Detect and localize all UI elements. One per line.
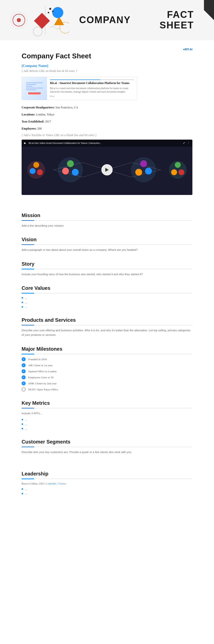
twitter-link[interactable]: Twitter bbox=[58, 482, 66, 485]
bullet-icon bbox=[22, 488, 23, 490]
core-value-1: ... bbox=[25, 296, 27, 299]
milestone-complete-icon: ✓ bbox=[22, 357, 26, 361]
add-website-url-hint[interactable]: [ Add Website URL on blank line & hit en… bbox=[22, 69, 192, 73]
core-values-divider bbox=[22, 293, 192, 293]
header-title: COMPANY FACT SHEET bbox=[69, 0, 204, 40]
products-services-title: Products and Services bbox=[22, 317, 192, 323]
core-value-2: ... bbox=[25, 301, 27, 304]
list-item[interactable]: ... bbox=[22, 488, 192, 491]
milestone-complete-icon: ✓ bbox=[22, 375, 26, 379]
kpi-3: ... bbox=[25, 427, 27, 430]
list-item[interactable]: ... bbox=[22, 492, 192, 495]
customer-segments-section: Customer Segments Describe who your key … bbox=[22, 439, 192, 455]
leadership-title: Leadership bbox=[22, 471, 192, 477]
add-video-url-hint[interactable]: [ Add a YouTube or Vimeo URL on a blank … bbox=[22, 133, 192, 137]
list-item[interactable]: ... bbox=[22, 423, 192, 426]
svg-point-36 bbox=[145, 168, 152, 174]
bullet-icon bbox=[22, 419, 23, 420]
video-embed[interactable]: ▶ Bit.ai Intro Video-Smart Document Coll… bbox=[22, 140, 192, 195]
vision-divider bbox=[22, 245, 192, 245]
svg-point-24 bbox=[33, 162, 39, 168]
svg-point-11 bbox=[52, 11, 54, 12]
products-services-divider bbox=[22, 325, 192, 325]
svg-point-25 bbox=[30, 168, 35, 174]
svg-point-12 bbox=[48, 12, 49, 13]
core-values-list: ... ... ... bbox=[22, 296, 192, 308]
corporate-hq-field: Corporate Headquarters: San Francisco, C… bbox=[22, 105, 192, 110]
milestone-list: ✓ Founded in 2016 ✓ 10K Client in 1st ye… bbox=[22, 357, 192, 391]
kpi-2: ... bbox=[25, 423, 27, 426]
main-content: ●BIT.AI Company Fact Sheet [Company Name… bbox=[12, 40, 202, 511]
key-metrics-section: Key Metrics Include 3 KPI's... ... ... .… bbox=[22, 400, 192, 430]
list-item[interactable]: ✓ Founded in 2016 bbox=[22, 357, 192, 361]
list-item[interactable]: ✓ 10K Client in 1st year bbox=[22, 363, 192, 367]
linkedin-link[interactable]: LinkedIn bbox=[46, 482, 56, 485]
list-item[interactable]: ✓ Opened Office in London bbox=[22, 369, 192, 373]
vision-content[interactable]: Add a paragraph or two about about your … bbox=[22, 248, 192, 252]
milestone-complete-icon: ✓ bbox=[22, 381, 26, 385]
svg-point-40 bbox=[179, 169, 184, 175]
core-values-section: Core Values ... ... ... bbox=[22, 285, 192, 308]
mission-title: Mission bbox=[22, 213, 192, 218]
kpi-1: ... bbox=[25, 418, 27, 421]
embed-card-info: Bit.ai - Smartest Document Collaboration… bbox=[47, 77, 137, 100]
products-services-section: Products and Services Describe your core… bbox=[22, 317, 192, 337]
key-metrics-intro: Include 3 KPI's... bbox=[22, 411, 192, 416]
leadership-person: Royce Collins, CEO | LinkedIn | Twitter bbox=[22, 482, 192, 485]
embed-card-title: Bit.ai - Smartest Document Collaboration… bbox=[50, 81, 134, 85]
svg-point-39 bbox=[171, 169, 177, 175]
milestone-label: Opened Office in London bbox=[28, 370, 57, 373]
svg-rect-7 bbox=[34, 13, 50, 29]
list-item[interactable]: ... bbox=[22, 301, 192, 304]
video-network-graphic bbox=[22, 140, 192, 195]
svg-point-13 bbox=[33, 27, 42, 36]
svg-point-30 bbox=[72, 169, 79, 176]
website-embed-card: Bit.ai - Smartest Document Collaboration… bbox=[22, 77, 137, 100]
bit-logo: ●BIT.AI bbox=[22, 48, 192, 51]
svg-point-38 bbox=[175, 162, 181, 168]
list-item[interactable]: ... bbox=[22, 427, 192, 430]
employees-field: Employees: 200 bbox=[22, 126, 192, 131]
mission-content[interactable]: Add a line describing your mission. bbox=[22, 224, 192, 228]
mission-divider bbox=[22, 220, 192, 221]
bullet-icon bbox=[22, 428, 23, 429]
header-decorations-left bbox=[10, 4, 69, 36]
bullet-icon bbox=[22, 297, 23, 299]
bullet-icon bbox=[22, 302, 23, 303]
milestone-label: NEXT: Open Tokyo Office bbox=[28, 388, 58, 391]
milestone-complete-icon: ✓ bbox=[22, 369, 26, 373]
story-title: Story bbox=[22, 261, 192, 267]
list-item[interactable]: ✓ Employees Grew to 50 bbox=[22, 375, 192, 379]
target-icon bbox=[10, 11, 28, 29]
company-name-field[interactable]: [Company Name] bbox=[22, 64, 192, 68]
products-services-content[interactable]: Describe your core offering and business… bbox=[22, 328, 192, 337]
geometric-shapes-icon bbox=[31, 4, 69, 36]
embed-card-url: bit.ai bbox=[50, 95, 134, 97]
story-content[interactable]: Include your founding story of how the b… bbox=[22, 272, 192, 277]
leadership-extra-list: ... ... bbox=[22, 488, 192, 495]
customer-segments-divider bbox=[22, 447, 192, 447]
leadership-section: Leadership Royce Collins, CEO | LinkedIn… bbox=[22, 471, 192, 495]
list-item[interactable]: ... bbox=[22, 418, 192, 421]
svg-point-35 bbox=[135, 169, 142, 176]
svg-point-10 bbox=[49, 8, 51, 10]
bullet-icon bbox=[22, 493, 23, 494]
svg-point-26 bbox=[37, 169, 43, 175]
leadership-divider bbox=[22, 479, 192, 479]
vision-title: Vision bbox=[22, 237, 192, 243]
list-item[interactable]: ... bbox=[22, 305, 192, 308]
milestone-complete-icon: ✓ bbox=[22, 363, 26, 367]
key-metrics-list: ... ... ... bbox=[22, 418, 192, 430]
milestone-incomplete-icon bbox=[22, 387, 26, 391]
list-item[interactable]: NEXT: Open Tokyo Office bbox=[22, 387, 192, 391]
embed-card-description: Bit.ai is a smart real-time document col… bbox=[50, 87, 134, 94]
major-milestones-divider bbox=[22, 354, 192, 354]
svg-point-9 bbox=[52, 7, 63, 18]
milestone-label: 100K Clients by 2nd year bbox=[28, 382, 57, 385]
milestone-label: Founded in 2016 bbox=[28, 358, 47, 361]
customer-segments-content[interactable]: Describe who your key customers are. Pro… bbox=[22, 450, 192, 455]
list-item[interactable]: ✓ 100K Clients by 2nd year bbox=[22, 381, 192, 385]
locations-field: Locations: London, Tokyo bbox=[22, 112, 192, 117]
list-item[interactable]: ... bbox=[22, 296, 192, 299]
mission-section: Mission Add a line describing your missi… bbox=[22, 213, 192, 228]
